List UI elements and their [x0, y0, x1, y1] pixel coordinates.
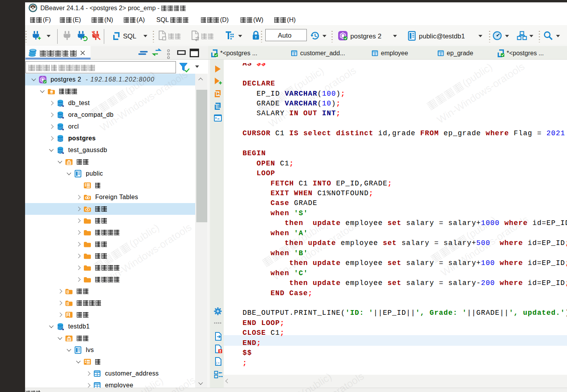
- svg-text:(x): (x): [216, 361, 221, 365]
